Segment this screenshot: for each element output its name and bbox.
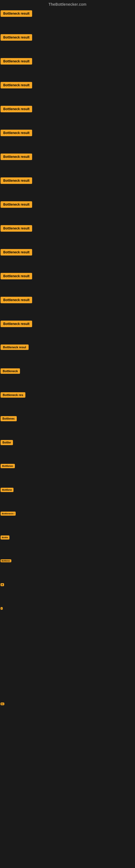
bottleneck-result-badge[interactable]: Bottlenec (1, 464, 15, 468)
list-item (1, 843, 134, 867)
list-item: Bottleneck result (1, 31, 134, 55)
site-header: TheBottlenecker.com (0, 0, 135, 8)
list-item: Bottleneck result (1, 198, 134, 222)
list-item: Bottleneck result (1, 8, 134, 31)
list-item: Bottlenec (1, 557, 134, 581)
items-container: Bottleneck resultBottleneck resultBottle… (0, 8, 135, 867)
list-item (1, 748, 134, 771)
list-item (1, 795, 134, 819)
bottleneck-result-badge[interactable]: Bo (1, 703, 4, 705)
bottleneck-result-badge[interactable]: Bottlenec (1, 559, 11, 562)
list-item: Bottleneck result (1, 294, 134, 318)
bottleneck-result-badge[interactable]: Bottleneck result (1, 177, 32, 184)
list-item (1, 652, 134, 676)
bottleneck-result-badge[interactable]: Bottleneck result (1, 225, 32, 231)
list-item: Bottleneck r (1, 509, 134, 533)
bottleneck-result-badge[interactable]: Bottleneck result (1, 273, 32, 279)
list-item: Bottler (1, 437, 134, 461)
bottleneck-result-badge[interactable]: Bottleneck result (1, 82, 32, 88)
bottleneck-result-badge[interactable]: Bottle (1, 535, 9, 539)
list-item: Bottleneck result (1, 222, 134, 246)
list-item: Bottleneck resul (1, 342, 134, 366)
bottleneck-result-badge[interactable]: B (1, 583, 4, 586)
list-item: Bottlenec (1, 461, 134, 485)
bottleneck-result-badge[interactable]: Bottleneck result (1, 58, 32, 65)
list-item: Bottleneck result (1, 127, 134, 151)
bottleneck-result-badge[interactable]: Bottleneck result (1, 106, 32, 112)
list-item: Bottleneck result (1, 151, 134, 175)
bottleneck-result-badge[interactable]: Bottleneck result (1, 10, 32, 17)
list-item: Bottleneck result (1, 79, 134, 103)
list-item: Bottleneck result (1, 318, 134, 342)
list-item (1, 676, 134, 700)
list-item: | (1, 604, 134, 628)
list-item: Bottleneck result (1, 175, 134, 198)
list-item: Bottleneck result (1, 246, 134, 270)
list-item (1, 771, 134, 795)
list-item: Bottleneck res (1, 390, 134, 413)
bottleneck-result-badge[interactable]: Bottleneck result (1, 321, 32, 327)
list-item: Bottleneck result (1, 270, 134, 294)
list-item (1, 724, 134, 748)
list-item: Bottlenec (1, 413, 134, 437)
list-item: B (1, 581, 134, 604)
list-item: Bottleneck result (1, 55, 134, 79)
bottleneck-result-badge[interactable]: Bottleneck result (1, 297, 32, 303)
bottleneck-result-badge[interactable]: Bottleneck r (1, 512, 16, 516)
bottleneck-result-badge[interactable]: Bottleneck res (1, 392, 26, 398)
bottleneck-result-badge[interactable]: Bottlenec (1, 416, 17, 421)
list-item: Bottleneck (1, 366, 134, 390)
list-item: Bottleneck result (1, 103, 134, 127)
bottleneck-result-badge[interactable]: Bottleneck (1, 368, 20, 374)
bottleneck-result-badge[interactable]: Bottleneck result (1, 249, 32, 255)
bottleneck-result-badge[interactable]: Bottleneck result (1, 34, 32, 41)
bottleneck-result-badge[interactable]: Bottleneck resul (1, 344, 29, 350)
bottleneck-result-badge[interactable]: Bottleneck result (1, 201, 32, 208)
list-item: Bottlene (1, 485, 134, 509)
bottleneck-result-badge[interactable]: Bottleneck result (1, 130, 32, 136)
bottleneck-result-badge[interactable]: Bottleneck result (1, 154, 32, 160)
bottleneck-result-badge[interactable]: Bottler (1, 440, 13, 445)
list-item: Bottle (1, 533, 134, 557)
list-item: Bo (1, 700, 134, 724)
bottleneck-result-badge[interactable]: | (1, 607, 3, 610)
list-item (1, 628, 134, 652)
list-item (1, 819, 134, 843)
bottleneck-result-badge[interactable]: Bottlene (1, 488, 13, 492)
